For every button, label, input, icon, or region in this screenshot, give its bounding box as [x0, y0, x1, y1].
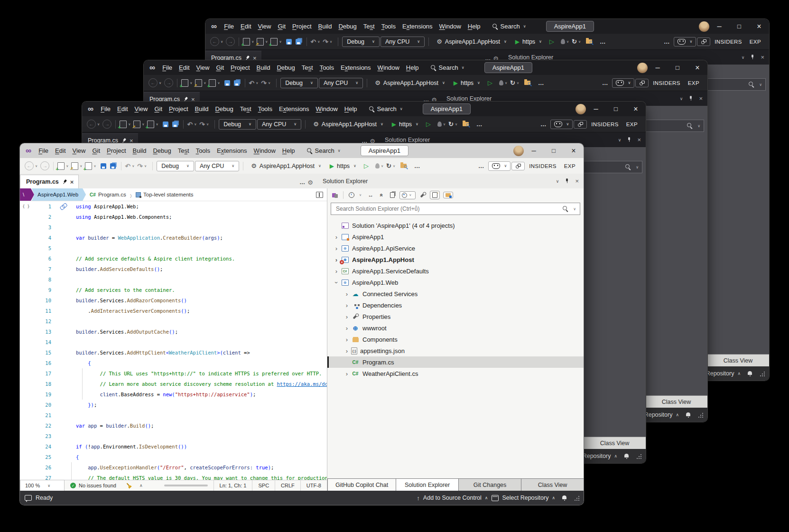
startup-project-dropdown[interactable]: ⚙AspireApp1.AppHost∨ — [433, 38, 511, 45]
menu-help[interactable]: Help — [403, 64, 422, 71]
document-health-indicator[interactable]: ✓No issues found — [65, 483, 122, 488]
menu-tools[interactable]: Tools — [378, 23, 399, 30]
tree-item-weatherapiclient-cs[interactable]: ›C#WeatherApiClient.cs — [327, 368, 584, 379]
toolbar-overflow-icon[interactable]: … — [664, 38, 670, 45]
open-file-icon[interactable] — [257, 38, 264, 46]
restart-icon[interactable]: ↻ — [510, 79, 515, 86]
tree-item-aspireapp1-web[interactable]: ›⊕AspireApp1.Web — [327, 277, 584, 288]
close-button[interactable]: × — [626, 102, 646, 116]
chevron-down-icon[interactable]: ∨ — [279, 40, 281, 44]
chevron-down-icon[interactable]: ∨ — [680, 96, 683, 101]
add-item-icon[interactable] — [147, 121, 154, 128]
menu-project[interactable]: Project — [103, 147, 129, 154]
notifications-bell-icon[interactable] — [562, 495, 567, 501]
hot-reload-icon[interactable] — [437, 121, 442, 127]
chevron-down-icon[interactable]: ∨ — [268, 81, 270, 85]
tree-item-aspireapp1-servicedefaults[interactable]: ›C#AspireApp1.ServiceDefaults — [327, 265, 584, 277]
platform-dropdown[interactable]: Any CPU∨ — [257, 119, 301, 130]
menu-build[interactable]: Build — [130, 147, 150, 154]
close-button[interactable]: × — [564, 143, 584, 158]
tab-class-view[interactable]: Class View — [707, 355, 769, 366]
open-file-icon[interactable] — [133, 121, 140, 128]
add-to-source-control-button[interactable]: ↑Add to Source Control∧ — [417, 495, 488, 502]
redo-icon[interactable]: ↷ — [323, 38, 328, 46]
navigate-forward-icon[interactable]: → — [102, 120, 111, 129]
menu-build[interactable]: Build — [315, 23, 335, 30]
save-all-icon[interactable] — [296, 39, 301, 45]
close-icon[interactable]: × — [699, 95, 703, 102]
live-share-button[interactable] — [635, 79, 649, 87]
document-tab[interactable]: Program.cs × — [20, 175, 79, 188]
menu-test[interactable]: Test — [298, 64, 316, 71]
new-file-icon[interactable] — [181, 79, 188, 87]
resize-grip[interactable] — [759, 371, 765, 377]
expander-icon[interactable]: › — [343, 347, 351, 355]
toolbar-overflow-icon[interactable]: … — [538, 80, 545, 86]
menu-project[interactable]: Project — [166, 105, 191, 112]
chevron-down-icon[interactable]: ∨ — [566, 40, 569, 44]
hot-reload-icon[interactable] — [499, 80, 503, 85]
toolbar-overflow-icon[interactable]: … — [476, 121, 483, 128]
cursor-position[interactable]: Ln: 1, Ch: 1 — [213, 480, 252, 491]
switch-views-icon[interactable] — [331, 191, 339, 199]
show-all-files-icon[interactable] — [443, 192, 453, 198]
navigate-back-icon[interactable]: ← — [149, 78, 158, 87]
run-button[interactable]: ▶https∨ — [326, 163, 360, 169]
copilot-button[interactable]: ∨ — [550, 120, 573, 129]
platform-dropdown[interactable]: Any CPU∨ — [381, 37, 425, 47]
navigate-back-icon[interactable]: ← — [210, 37, 219, 46]
maximize-button[interactable]: □ — [729, 19, 749, 34]
scrollbar-thumb[interactable] — [164, 485, 208, 486]
expander-icon[interactable]: › — [343, 336, 351, 343]
solution-context-box[interactable]: AspireApp1 — [546, 21, 594, 32]
restart-icon[interactable]: ↻ — [572, 38, 577, 45]
tree-item-aspireapp1-apphost[interactable]: ›⊕×AspireApp1.AppHost — [327, 254, 584, 265]
menu-extensions[interactable]: Extensions — [213, 147, 251, 154]
tab-github-copilot-chat[interactable]: GitHub Copilot Chat — [328, 479, 396, 491]
configuration-dropdown[interactable]: Debug∨ — [219, 119, 256, 130]
file-nesting-dropdown[interactable]: ∨ — [399, 191, 416, 199]
maximize-button[interactable]: □ — [606, 102, 626, 116]
live-share-button[interactable] — [697, 37, 710, 46]
redo-icon[interactable]: ↷ — [137, 162, 143, 170]
tab-class-view[interactable]: Class View — [521, 479, 584, 491]
solution-explorer-search-input[interactable] — [335, 205, 563, 213]
undo-icon[interactable]: ↶ — [187, 121, 193, 128]
close-button[interactable]: × — [749, 19, 769, 34]
chevron-down-icon[interactable]: ∨ — [265, 40, 268, 44]
solution-explorer-tree[interactable]: Solution 'AspireApp1' (4 of 4 projects)›… — [327, 217, 584, 478]
startup-project-dropdown[interactable]: ⚙AspireApp1.AppHost∨ — [309, 121, 387, 128]
configuration-dropdown[interactable]: Debug∨ — [342, 37, 380, 47]
menu-build[interactable]: Build — [253, 64, 274, 71]
configuration-dropdown[interactable]: Debug∨ — [157, 161, 194, 171]
toolbar-overflow-icon[interactable]: … — [414, 163, 421, 169]
live-share-button[interactable] — [574, 120, 587, 129]
menu-project[interactable]: Project — [227, 64, 253, 71]
chevron-down-icon[interactable]: ∨ — [206, 122, 209, 126]
save-icon[interactable] — [224, 80, 230, 86]
solution-explorer-search[interactable]: ∨ — [331, 203, 580, 215]
menu-window[interactable]: Window — [374, 64, 403, 71]
chevron-down-icon[interactable]: ∨ — [194, 122, 196, 126]
menu-view[interactable]: View — [193, 64, 213, 71]
start-without-debugging-icon[interactable]: ▷ — [549, 38, 554, 45]
menu-help[interactable]: Help — [464, 23, 484, 30]
avatar[interactable] — [637, 63, 648, 73]
menu-debug[interactable]: Debug — [335, 23, 360, 30]
search-menu[interactable]: Search∨ — [369, 105, 403, 112]
new-file-icon[interactable] — [120, 121, 127, 128]
copy-view-icon[interactable] — [389, 191, 396, 199]
close-button[interactable]: × — [687, 60, 707, 75]
undo-icon[interactable]: ↶ — [311, 38, 316, 46]
menu-project[interactable]: Project — [289, 23, 315, 30]
chevron-down-icon[interactable]: ∨ — [359, 193, 362, 197]
save-icon[interactable] — [163, 121, 168, 127]
encoding-indicator[interactable]: UTF-8 — [300, 480, 327, 491]
run-button[interactable]: ▶https∨ — [450, 80, 484, 86]
chevron-down-icon[interactable]: ∨ — [636, 165, 639, 169]
close-icon[interactable]: × — [575, 177, 579, 185]
chevron-down-icon[interactable]: ∨ — [142, 122, 144, 126]
expander-icon[interactable]: › — [343, 313, 351, 320]
tree-item-components[interactable]: ›Components — [327, 334, 584, 345]
menu-test[interactable]: Test — [237, 105, 255, 112]
